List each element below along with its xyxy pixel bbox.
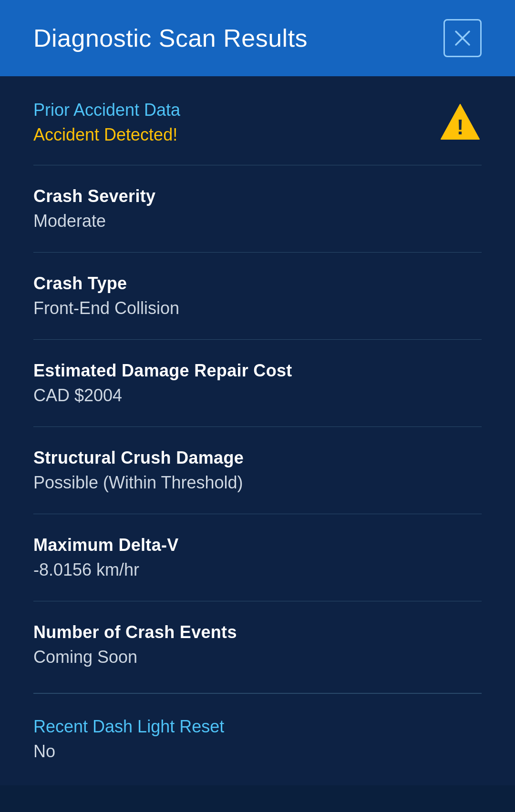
crash-type-section: Crash Type Front-End Collision: [33, 253, 482, 339]
prior-accident-label: Prior Accident Data: [33, 100, 180, 120]
structural-crush-section: Structural Crush Damage Possible (Within…: [33, 427, 482, 514]
close-icon: [452, 28, 473, 49]
recent-dash-value: No: [33, 741, 482, 761]
accident-detected-status: Accident Detected!: [33, 125, 180, 145]
recent-dash-section: Recent Dash Light Reset No: [33, 694, 482, 785]
max-delta-v-label: Maximum Delta-V: [33, 535, 482, 555]
crash-events-value: Coming Soon: [33, 647, 482, 667]
crash-severity-value: Moderate: [33, 211, 482, 231]
crash-type-value: Front-End Collision: [33, 298, 482, 318]
damage-cost-section: Estimated Damage Repair Cost CAD $2004: [33, 340, 482, 426]
content-area: Prior Accident Data Accident Detected! !…: [0, 76, 515, 785]
crash-severity-label: Crash Severity: [33, 186, 482, 206]
crash-severity-section: Crash Severity Moderate: [33, 165, 482, 252]
prior-accident-text: Prior Accident Data Accident Detected!: [33, 100, 180, 145]
max-delta-v-value: -8.0156 km/hr: [33, 560, 482, 580]
prior-accident-section: Prior Accident Data Accident Detected! !: [33, 76, 482, 165]
damage-cost-label: Estimated Damage Repair Cost: [33, 361, 482, 381]
close-button[interactable]: [443, 19, 482, 57]
crash-events-label: Number of Crash Events: [33, 622, 482, 642]
crash-type-label: Crash Type: [33, 274, 482, 294]
header: Diagnostic Scan Results: [0, 0, 515, 76]
structural-crush-value: Possible (Within Threshold): [33, 473, 482, 493]
recent-dash-label: Recent Dash Light Reset: [33, 717, 482, 737]
warning-icon: !: [439, 102, 482, 144]
structural-crush-label: Structural Crush Damage: [33, 448, 482, 468]
page-title: Diagnostic Scan Results: [33, 24, 308, 52]
crash-events-section: Number of Crash Events Coming Soon: [33, 601, 482, 688]
svg-text:!: !: [457, 115, 464, 139]
max-delta-v-section: Maximum Delta-V -8.0156 km/hr: [33, 514, 482, 601]
damage-cost-value: CAD $2004: [33, 386, 482, 406]
